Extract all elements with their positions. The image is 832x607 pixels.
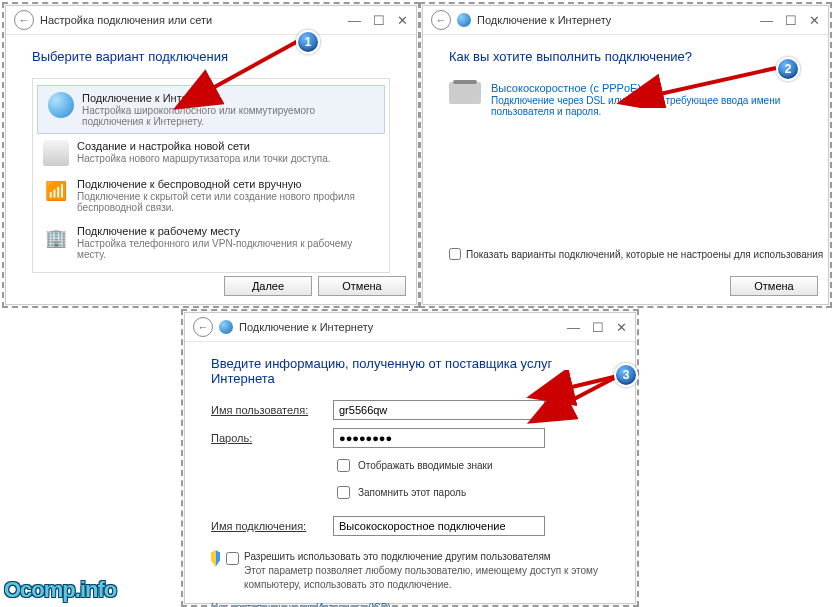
permit-checkbox[interactable] (226, 552, 239, 565)
window-title: Настройка подключения или сети (40, 14, 212, 26)
minimize-button[interactable]: — (348, 13, 361, 28)
globe-icon (48, 92, 74, 118)
permit-desc: Этот параметр позволяет любому пользоват… (244, 565, 598, 590)
arrow-annotation (526, 370, 626, 426)
permit-row: Разрешить использовать это подключение д… (211, 550, 609, 592)
password-input[interactable] (333, 428, 545, 448)
globe-icon (219, 320, 233, 334)
dialog-isp-credentials: ← Подключение к Интернету — ☐ ✕ Введите … (184, 312, 636, 604)
next-button[interactable]: Далее (224, 276, 312, 296)
titlebar: ← Подключение к Интернету — ☐ ✕ (185, 313, 635, 342)
window-controls: — ☐ ✕ (348, 13, 408, 28)
step-badge-1: 1 (296, 30, 320, 54)
shield-icon (211, 550, 220, 567)
connection-name-input[interactable] (333, 516, 545, 536)
svg-line-6 (534, 376, 618, 420)
show-chars-label: Отображать вводимые знаки (358, 460, 493, 471)
globe-icon (457, 13, 471, 27)
option-workplace[interactable]: 🏢 Подключение к рабочему местуНастройка … (33, 219, 389, 266)
show-options-label: Показать варианты подключений, которые н… (466, 249, 823, 260)
username-input[interactable] (333, 400, 545, 420)
show-chars-checkbox[interactable] (337, 459, 350, 472)
no-isp-link[interactable]: Нет поставщика услуг Интернета (ISP) (211, 602, 391, 607)
window-controls: — ☐ ✕ (567, 320, 627, 335)
step-badge-2: 2 (776, 57, 800, 81)
office-icon: 🏢 (43, 225, 69, 251)
watermark-logo: Ocomp.info (4, 577, 116, 603)
svg-line-3 (624, 68, 776, 102)
dialog-internet-connection: ← Подключение к Интернету — ☐ ✕ Как вы х… (422, 5, 829, 305)
show-options-checkbox-row: Показать варианты подключений, которые н… (449, 248, 823, 260)
option-wireless-manual[interactable]: 📶 Подключение к беспроводной сети вручну… (33, 172, 389, 219)
titlebar: ← Настройка подключения или сети — ☐ ✕ (6, 6, 416, 35)
minimize-button[interactable]: — (760, 13, 773, 28)
username-label: Имя пользователя: (211, 404, 321, 416)
password-label: Пароль: (211, 432, 321, 444)
permit-label: Разрешить использовать это подключение д… (244, 551, 551, 562)
cancel-button[interactable]: Отмена (730, 276, 818, 296)
show-options-checkbox[interactable] (449, 248, 461, 260)
maximize-button[interactable]: ☐ (785, 13, 797, 28)
modem-icon (449, 82, 481, 104)
remember-password-checkbox[interactable] (337, 486, 350, 499)
step-badge-3: 3 (614, 363, 638, 387)
back-button[interactable]: ← (431, 10, 451, 30)
option-title: Создание и настройка новой сети (77, 140, 331, 152)
wifi-icon: 📶 (43, 178, 69, 204)
arrow-annotation (614, 62, 784, 108)
arrow-annotation (168, 34, 308, 114)
minimize-button[interactable]: — (567, 320, 580, 335)
option-desc: Подключение к скрытой сети или создание … (77, 191, 379, 213)
close-button[interactable]: ✕ (397, 13, 408, 28)
router-icon (43, 140, 69, 166)
remember-password-label: Запомнить этот пароль (358, 487, 466, 498)
close-button[interactable]: ✕ (809, 13, 820, 28)
back-button[interactable]: ← (193, 317, 213, 337)
titlebar: ← Подключение к Интернету — ☐ ✕ (423, 6, 828, 35)
window-controls: — ☐ ✕ (760, 13, 820, 28)
svg-line-1 (180, 40, 300, 106)
close-button[interactable]: ✕ (616, 320, 627, 335)
maximize-button[interactable]: ☐ (592, 320, 604, 335)
option-title: Подключение к беспроводной сети вручную (77, 178, 379, 190)
window-title: Подключение к Интернету (477, 14, 611, 26)
option-title: Подключение к рабочему месту (77, 225, 379, 237)
option-desc: Настройка телефонного или VPN-подключени… (77, 238, 379, 260)
maximize-button[interactable]: ☐ (373, 13, 385, 28)
svg-line-5 (534, 376, 618, 396)
connection-name-label: Имя подключения: (211, 520, 321, 532)
window-title: Подключение к Интернету (239, 321, 373, 333)
option-new-network[interactable]: Создание и настройка новой сетиНастройка… (33, 134, 389, 172)
option-desc: Настройка нового маршрутизатора или точк… (77, 153, 331, 164)
cancel-button[interactable]: Отмена (318, 276, 406, 296)
back-button[interactable]: ← (14, 10, 34, 30)
